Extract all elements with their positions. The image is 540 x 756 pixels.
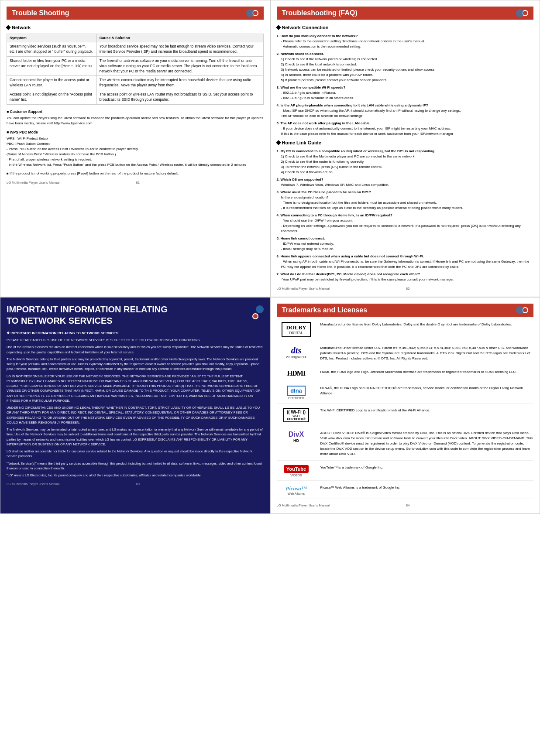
faq-answer: - Most ISP use DHCP so when using the AP… [281,108,534,113]
faq-answer: - 802.11 b / g / n is available in all o… [281,96,534,101]
solution-cell: The firewall or anti-virus software on y… [96,56,263,76]
important-paragraph: The Network Services may be terminated o… [7,427,264,447]
faq-answer: 4) In addition, there could be a problem… [281,72,534,78]
page-81-title: Trouble Shooting [12,9,69,17]
trademark-item: DOLBYDIGITALManufactured under license f… [277,322,534,341]
home-link-answer: - ID/PW was not entered correctly. [281,241,534,246]
home-link-question: 5. Home link cannot connect. [277,236,534,241]
circle-blue-83 [256,305,264,313]
faq-question: 2. Network failed to connect. [277,51,534,57]
home-link-question: 6. Home link appears connected when usin… [277,254,534,259]
home-link-question: 2. Which OS are supported? [277,177,534,182]
faq-answer: 2) Check to see if the local network is … [281,62,534,67]
faq-answer: The AP should be able to function on def… [281,113,534,119]
trademark-item: HDMIHDMI, the HDMI logo and High-Definit… [277,369,534,381]
circle-blue-84 [516,306,524,314]
title-decoration [246,9,258,17]
important-title-line1: IMPORTANT INFORMATION RELATING [7,304,168,315]
symptom-cell: Streaming video services (such as YouTub… [7,42,97,57]
home-link-answer: -Your UPnP port may be restricted by fir… [281,277,534,282]
customer-support: ■ Customer Support You can update the Pl… [7,109,264,176]
diamond-icon [6,25,10,30]
home-link-answer: - Depending on user settings, a password… [281,223,534,234]
home-link-item: 4. When connecting to a PC through Home … [277,213,534,234]
wps-line: (Some of Access Point / Wireless routers… [7,152,264,157]
home-link-answer: 4) Check to see if firewalls are on. [281,170,534,175]
trademarks-list: DOLBYDIGITALManufactured under license f… [277,322,534,499]
wps-line: WPS : Wi-Fi Protect Setup [7,136,264,141]
trademark-item: (( Wi-Fi )) Wi-Fi CERTIFIED® The Wi-Fi C… [277,408,534,426]
page-81: Trouble Shooting Network Symptom Cause &… [0,0,270,297]
faq-item: 4. Is the AP plug-in-playable when conne… [277,103,534,119]
home-link-question: 4. When connecting to a PC through Home … [277,213,534,218]
important-paragraph: LG shall be neither responsible nor liab… [7,449,264,459]
home-link-answer: Is there a designated location? [281,195,534,200]
solution-cell: Your broadband service speed may not be … [96,42,263,57]
home-link-answer: 2) Check to see that the router is funct… [281,159,534,164]
home-link-answer: - Install settings may be turned on. [281,246,534,252]
symptom-cell: Shared folder or files from your PC or a… [7,56,97,76]
faq-items: 1. How do you manually connect to the ne… [277,34,534,137]
page-82-title: Troubleshooting (FAQ) [282,9,358,17]
trademark-logo: DivXHD [277,431,316,443]
wps-line: - First of all, proper wireless network … [7,157,264,162]
symptom-cell: Access point is not displayed on the "Ac… [7,90,97,105]
trademark-logo: HDMI [277,369,316,377]
title-decoration-83 [256,305,264,319]
important-paragraph: The Network Services belong to third par… [7,357,264,372]
page-84-title: Trademarks and Licenses [282,306,368,314]
trademark-logo: DOLBYDIGITAL [277,322,316,337]
important-title-line2: TO NETWORK SERVICES [7,315,168,326]
trademark-logo: dlnaCERTIFIED [277,386,316,400]
home-link-items: 1. My PC is connected to a compatible ro… [277,149,534,282]
page-84-title-bar: Trademarks and Licenses [277,304,534,317]
faq-answer: - 802.11 b / g is available in Russia. [281,90,534,96]
trademark-description: Picasa™ Web Albums is a trademark of Goo… [320,485,401,490]
faq-question: 3. What are the compatible Wi-Fi speeds? [277,85,534,90]
page-82-title-bar: Troubleshooting (FAQ) [277,7,534,20]
important-paragraph: "Network Service(s)" means the third par… [7,461,264,471]
trademark-item: dlnaCERTIFIEDDLNA®, the DLNA Logo and DL… [277,386,534,404]
important-content: ❖ IMPORTANT INFORMATION RELATING TO NETW… [7,331,264,478]
faq-question: 1. How do you manually connect to the ne… [277,34,534,39]
home-link-item: 6. Home link appears connected when usin… [277,254,534,270]
faq-item: 3. What are the compatible Wi-Fi speeds?… [277,85,534,101]
faq-question: 4. Is the AP plug-in-playable when conne… [277,103,534,108]
page-84-footer: LG Multimedia Player User's Manual 84 [277,503,534,507]
symptom-table: Symptom Cause & Solution Streaming video… [7,34,264,105]
home-link-item: 1. My PC is connected to a compatible ro… [277,149,534,175]
home-link-item: 3. Where must the PC files be placed to … [277,190,534,211]
wps-line: - Press PBC button on the Access Point /… [7,147,264,152]
trademark-description: Manufactured under license from Dolby La… [320,322,512,327]
home-link-question: 7. What do I do if either device(DP1, PC… [277,272,534,277]
faq-item: 2. Network failed to connect.1) Check to… [277,51,534,83]
home-link-answer: - When using AP in both cable and Wi-Fi … [281,259,534,270]
title-decoration-82 [516,9,528,17]
circle-blue-icon-82 [516,9,524,17]
trademark-logo: YouTubeVIDEOS [277,465,316,477]
circle-blue-icon [246,9,254,17]
page-83-footer: LG Multimedia Player User's Manual 83 [7,482,264,486]
faq-answer: - If your device does not automatically … [281,126,534,131]
important-paragraph: "LG" means LG Electronics, Inc. its pare… [7,473,264,478]
page-84: Trademarks and Licenses DOLBYDIGITALManu… [270,297,540,514]
home-link-question: 3. Where must the PC files be placed to … [277,190,534,195]
trademark-logo: dts2.0+Digital Out [277,346,316,359]
faq-item: 5. The AP does not work after plugging i… [277,121,534,137]
page-82-footer: LG Multimedia Player User's Manual 82 [277,287,534,291]
faq-answer: - Automatic connection is the recommende… [281,44,534,49]
solution-header: Cause & Solution [96,34,263,42]
important-paragraph: PLEASE READ CAREFULLY. USE OF THE NETWOR… [7,338,264,342]
trademark-description: YouTube™ is a trademark of Google Inc. [320,465,383,470]
important-paragraph: UNDER NO CIRCUMSTANCES AND UNDER NO LEGA… [7,405,264,425]
trademark-item: YouTubeVIDEOSYouTube™ is a trademark of … [277,465,534,481]
title-decoration-84 [516,306,528,314]
diamond-icon-home [276,140,281,145]
trademark-logo: (( Wi-Fi )) Wi-Fi CERTIFIED® [277,408,316,422]
wps-line: - In the Wireless Network list, Press "P… [7,162,264,168]
home-link-answer: - It is recommended that files be kept a… [281,205,534,211]
home-link-item: 5. Home link cannot connect.- ID/PW was … [277,236,534,252]
trademark-description: Manufactured under license under U.S. Pa… [320,346,534,361]
faq-answer: 3) Network access can be restricted or l… [281,67,534,72]
page-82: Troubleshooting (FAQ) Network Connection… [270,0,540,297]
